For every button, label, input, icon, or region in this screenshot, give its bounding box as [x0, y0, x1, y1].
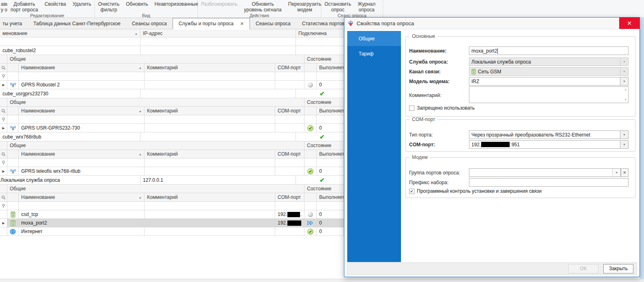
antenna-icon — [7, 81, 19, 89]
grid-empty-area — [0, 236, 344, 279]
dialog-nav-panel: Общие Тариф — [347, 31, 401, 262]
delete-button[interactable]: Удалить — [69, 1, 94, 7]
close-button[interactable]: Закрыть — [603, 264, 633, 273]
row-internet[interactable]: Интернет ✔ 0 — [0, 227, 344, 236]
status-ok-icon: ✔ — [307, 125, 313, 131]
chevron-down-icon[interactable]: ▼ — [620, 68, 628, 75]
tab-poll-sessions-1[interactable]: Сеансы опроса — [126, 18, 173, 29]
name-input[interactable]: moxa_port2 — [469, 46, 629, 55]
row-gprs-usr-gprs232-730[interactable]: ▶ GPRS USR-GPRS232-730 ✔ 0 — [0, 124, 344, 132]
filter-pin-icon — [0, 115, 7, 124]
groupbox-main: Основные Наименование: moxa_port2 Служба… — [405, 36, 635, 117]
sort-asc-icon: ▲ — [135, 32, 138, 35]
forbid-use-checkbox[interactable]: Запрещено использовать — [409, 105, 475, 111]
application-window: авитьу опроса Добавитьпорт опроса Свойст… — [0, 0, 644, 282]
modem-icon — [471, 69, 476, 75]
inner-header-row: Наименование▲ Комментарий COM-порт Выпол… — [0, 150, 344, 159]
restart-modem-button[interactable]: Перезагрузитьмодем — [285, 1, 324, 13]
background-window-strip — [640, 17, 644, 279]
inner-column-header-comment[interactable]: Комментарий — [145, 64, 275, 72]
tab-close-icon[interactable]: ✕ — [240, 21, 244, 26]
software-control-checkbox[interactable]: ✔ Программный контроль установки и завер… — [409, 188, 541, 194]
spin-down-icon[interactable]: ∨ — [624, 98, 627, 101]
poll-journal-button[interactable]: Журналопроса — [355, 1, 379, 13]
modem-model-dropdown[interactable]: IRZ ▼ — [469, 77, 629, 86]
inner-column-header-com[interactable]: COM-порт — [275, 64, 304, 72]
groupbox-com: COM-порт Тип порта: Через прозрачный пре… — [405, 119, 635, 152]
tab-accounting-points[interactable]: ты учета — [0, 18, 28, 29]
status-idle-icon — [308, 212, 313, 217]
app-gem-icon — [348, 20, 354, 26]
dialog-title-bar[interactable]: Свойства порта опроса ✕ — [344, 18, 640, 29]
unlock-button[interactable]: Разблокировать — [198, 1, 241, 7]
add-poll-service-button[interactable]: авитьу опроса — [0, 1, 7, 13]
inner-column-header-executes[interactable]: Выполняет о — [317, 64, 344, 72]
clear-filter-button[interactable]: Очиститьфильтр — [95, 1, 123, 13]
antenna-icon — [7, 124, 19, 132]
row-cube-usrgprs232730[interactable]: cube_usrgprs232730 ✔ — [0, 89, 344, 98]
comment-textarea[interactable]: ∧ ∨ — [469, 86, 629, 103]
tab-services-and-ports[interactable]: Службы и порты опроса ✕ — [173, 18, 250, 29]
refresh-signal-level-button[interactable]: Обновитьуровень сигнала — [241, 1, 285, 13]
com-port-dropdown[interactable]: 192.:951 ▼ — [469, 140, 629, 149]
outer-filter-row[interactable] — [0, 37, 344, 46]
chevron-down-icon[interactable]: ▼ — [620, 141, 628, 148]
row-local-poll-service[interactable]: Локальная служба опроса 127.0.0.1 ✔ — [0, 176, 344, 185]
outer-header-row: менование▲ IP-адрес Подключена — [0, 30, 344, 37]
dialog-close-button[interactable]: ✕ — [619, 18, 640, 29]
add-poll-port-button[interactable]: Добавитьпорт опроса — [7, 1, 42, 13]
column-header-ip[interactable]: IP-адрес — [140, 30, 296, 37]
filter-pin-icon — [0, 72, 7, 81]
group-state-label: Состояние — [304, 55, 344, 64]
inner-column-header-name[interactable]: Наименование▲ — [19, 64, 145, 72]
port-group-dropdown[interactable]: ▼ — [469, 168, 621, 177]
row-cube-wrx768r8ub[interactable]: cube_wrx768r8ub ✔ — [0, 132, 344, 141]
row-moxa-port2[interactable]: ▶ moxa_port2 192. 0 — [0, 219, 344, 227]
inner-filter-row[interactable] — [0, 72, 344, 81]
connected-check-icon: ✔ — [320, 90, 325, 97]
search-icon[interactable] — [0, 107, 7, 115]
chevron-down-icon[interactable]: ▼ — [612, 169, 620, 176]
redacted-ip — [481, 142, 510, 147]
inner-filter-row[interactable] — [0, 159, 344, 167]
text-caret — [497, 48, 498, 54]
spin-up-icon[interactable]: ∧ — [624, 88, 627, 92]
status-ok-icon: ✔ — [307, 229, 313, 235]
unauthorized-button[interactable]: Неавторизованные — [151, 1, 202, 7]
search-icon[interactable] — [0, 64, 7, 72]
ok-button[interactable]: OK — [568, 264, 598, 273]
row-csd-tcp[interactable]: csd_tcp 192.. 0 — [0, 210, 344, 219]
refresh-button[interactable]: Обновить — [123, 1, 151, 7]
stop-poll-button[interactable]: Остановитьопрос — [321, 1, 355, 13]
row-gprs-teleofis-wrx768[interactable]: ▶ GPRS teleofis wrx768-r8ub ✔ 0 — [0, 167, 344, 176]
search-icon[interactable] — [0, 193, 7, 202]
tab-poll-sessions-2[interactable]: Сеансы опроса — [250, 18, 296, 29]
nav-item-tariff[interactable]: Тариф — [347, 46, 401, 61]
nav-item-general[interactable]: Общие — [347, 31, 401, 46]
chevron-down-icon[interactable]: ▼ — [620, 77, 628, 85]
group-header-row: Общие Состояние — [0, 141, 344, 150]
row-gprs-robustel-2[interactable]: ▶ GPRS Robustel 2 0 — [0, 81, 344, 89]
column-header-connected[interactable]: Подключена — [296, 30, 344, 37]
inner-header-row: Наименование▲ Комментарий COM-порт Выпол… — [0, 193, 344, 202]
inner-filter-row[interactable] — [0, 115, 344, 124]
groupbox-main-label: Основные — [410, 33, 437, 39]
services-ports-grid: менование▲ IP-адрес Подключена cube_robu… — [0, 30, 344, 236]
tab-data-table-spb[interactable]: Таблица данных Санкт-Петербургское — [28, 18, 126, 29]
column-header-name[interactable]: менование▲ — [0, 30, 140, 37]
dial-prefix-input[interactable] — [469, 178, 629, 187]
properties-button[interactable]: Свойства — [41, 1, 69, 7]
row-expander-icon[interactable]: ▶ — [2, 83, 4, 87]
globe-icon — [7, 227, 19, 236]
service-field-label: Служба опроса: — [409, 57, 448, 66]
channel-dropdown[interactable]: Сеть GSM ▼ — [469, 67, 629, 76]
filter-pin-icon — [0, 159, 7, 167]
chevron-down-icon[interactable]: ▼ — [620, 58, 628, 66]
row-cube-robustel2[interactable]: cube_robustel2 — [0, 46, 344, 55]
poll-service-dropdown[interactable]: Локальная служба опроса ▼ — [469, 57, 629, 66]
clear-icon[interactable]: ✕ — [621, 168, 629, 177]
chevron-down-icon[interactable]: ▼ — [620, 131, 628, 139]
search-icon[interactable] — [0, 150, 7, 159]
inner-filter-row[interactable] — [0, 202, 344, 210]
port-type-dropdown[interactable]: Через прозрачный преобразователь RS232-E… — [469, 130, 629, 139]
